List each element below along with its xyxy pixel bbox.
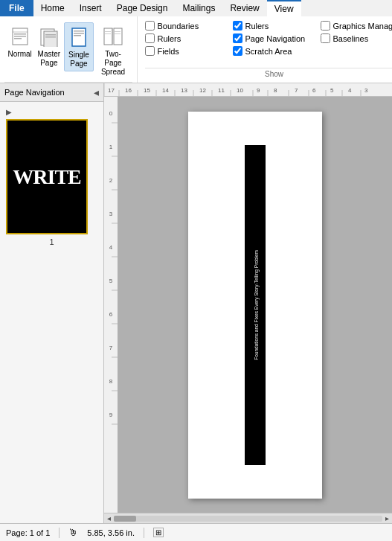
scroll-track[interactable] [114,516,382,522]
page-navigation-panel: Page Navigation ◂ ▶ WRITE 1 [0,83,104,523]
svg-text:4: 4 [348,87,352,94]
two-page-spread-icon [101,25,125,48]
show-col3: Graphics Manager Baselines [321,21,392,68]
two-page-spread-label: Two-PageSpread [98,50,129,77]
svg-rect-4 [14,38,22,39]
scroll-right-arrow[interactable]: ▸ [384,514,391,522]
graphics-manager-checkbox[interactable] [321,21,330,31]
page-thumb-write-text: WRITE [13,165,80,189]
ribbon-view-icons: Normal MasterPage [4,19,132,82]
page-info: Page: 1 of 1 [6,528,50,537]
canvas-scrollbar: ◂ ▸ [104,513,392,523]
menu-mailings[interactable]: Mailings [175,0,222,16]
status-bar: Page: 1 of 1 🖰 5.85, 3.56 in. ⊞ [0,523,392,541]
svg-text:3: 3 [364,87,368,94]
ruler-h-svg: 17 16 15 14 13 12 11 10 9 8 7 [104,83,392,96]
scratch-area-label: Scratch Area [245,47,292,56]
page-nav-close-button[interactable]: ◂ [94,86,99,98]
master-page-icon [37,25,61,48]
horizontal-ruler: 17 16 15 14 13 12 11 10 9 8 7 [104,83,392,97]
content-row: 0 1 2 3 4 5 6 7 8 [104,97,392,513]
svg-text:10: 10 [237,87,243,94]
document-spine: WRITER'S DUCT TAPE Foundations and Fixes… [245,145,266,465]
svg-rect-11 [74,33,84,34]
rulers-checkbox[interactable] [233,21,242,31]
scroll-left-arrow[interactable]: ◂ [106,514,112,522]
svg-text:9: 9 [257,87,260,94]
show-col1: Boundaries Rulers Fields [145,21,227,68]
svg-rect-14 [114,28,122,45]
main-area: Page Navigation ◂ ▶ WRITE 1 17 16 15 [0,83,392,523]
boundaries-checkbox-label[interactable]: Boundaries [145,21,227,31]
svg-rect-18 [115,31,121,32]
normal-view-button[interactable]: Normal [6,22,33,61]
svg-text:0: 0 [109,110,113,117]
graphics-manager-checkbox-label[interactable]: Graphics Manager [321,21,392,31]
baselines-label: Baselines [332,34,368,43]
single-page-icon [67,25,91,49]
svg-text:15: 15 [144,87,150,94]
rulers-checkbox-label[interactable]: Rulers [233,21,315,31]
baselines-checkbox[interactable] [321,33,330,43]
scroll-thumb[interactable] [114,516,136,522]
svg-rect-12 [74,35,81,36]
svg-rect-51 [104,97,118,513]
guides-checkbox[interactable] [145,33,155,43]
status-divider-1 [59,528,60,538]
svg-rect-8 [45,36,56,38]
svg-text:6: 6 [312,87,316,94]
page-number-1: 1 [6,237,97,246]
vertical-ruler: 0 1 2 3 4 5 6 7 8 [104,97,118,513]
svg-rect-17 [105,33,111,34]
svg-rect-10 [74,31,84,32]
page-navigation-label: Page Navigation [245,34,305,43]
cursor-icon: 🖰 [68,527,78,538]
fields-label: Fields [157,47,179,56]
baselines-checkbox-label[interactable]: Baselines [321,33,392,43]
svg-rect-16 [105,31,111,32]
page-nav-title: Page Navigation [4,88,65,97]
svg-text:5: 5 [109,278,113,284]
spine-author: David H Safford [268,286,273,323]
single-page-button[interactable]: SinglePage [64,22,93,71]
svg-text:9: 9 [109,412,113,418]
svg-rect-13 [104,28,112,45]
page-navigation-checkbox-label[interactable]: Page Navigation [233,33,315,43]
menu-review[interactable]: Review [222,0,266,16]
svg-rect-19 [115,33,121,34]
svg-rect-3 [14,36,26,37]
svg-rect-2 [14,33,26,35]
svg-text:1: 1 [109,144,113,150]
page-thumbnail-1[interactable]: WRITE [6,119,88,234]
page-nav-expand-arrow[interactable]: ▶ [6,108,97,116]
page-navigation-checkbox[interactable] [233,33,242,43]
fields-checkbox-label[interactable]: Fields [145,46,227,56]
master-page-label: MasterPage [38,50,61,68]
two-page-spread-button[interactable]: Two-PageSpread [95,22,132,79]
menu-page-design[interactable]: Page Design [109,0,176,16]
svg-text:13: 13 [181,87,187,94]
file-menu[interactable]: File [0,0,33,16]
boundaries-checkbox[interactable] [145,21,155,31]
master-page-button[interactable]: MasterPage [35,22,62,70]
spine-title: WRITER'S DUCT TAPE [237,252,245,359]
guides-checkbox-label[interactable]: Rulers [145,33,227,43]
svg-text:2: 2 [109,177,113,184]
svg-rect-7 [45,34,56,36]
scratch-area-checkbox-label[interactable]: Scratch Area [233,46,315,56]
menu-view[interactable]: View [267,0,301,16]
svg-text:14: 14 [162,87,169,94]
svg-text:4: 4 [109,244,113,251]
scratch-area-checkbox[interactable] [233,46,242,56]
rulers-label: Rulers [245,22,269,31]
ribbon-show-section: Boundaries Rulers Fields Rulers [138,16,392,83]
canvas-area: WRITER'S DUCT TAPE Foundations and Fixes… [118,97,392,513]
fields-checkbox[interactable] [145,46,155,56]
show-checkboxes: Boundaries Rulers Fields Rulers [145,21,392,68]
menu-home[interactable]: Home [33,0,72,16]
page-nav-content: ▶ WRITE 1 [0,102,103,523]
svg-text:11: 11 [218,87,225,94]
svg-text:6: 6 [109,311,113,318]
menu-insert[interactable]: Insert [72,0,109,16]
graphics-manager-label: Graphics Manager [332,22,392,31]
